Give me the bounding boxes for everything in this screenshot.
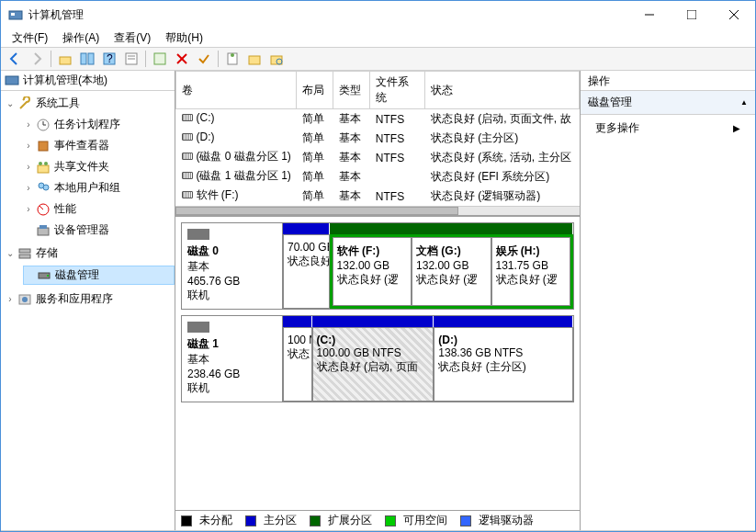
tree-performance[interactable]: ›性能 (23, 200, 175, 218)
volume-icon (182, 114, 193, 121)
check-icon[interactable] (194, 49, 214, 69)
expand-icon[interactable]: › (23, 141, 34, 151)
tree-disk-mgmt[interactable]: 磁盘管理 (23, 266, 175, 285)
volume-row[interactable]: (磁盘 1 磁盘分区 1)简单基本状态良好 (EFI 系统分区) (176, 167, 580, 187)
extended-partition: 软件 (F:)132.00 GB状态良好 (逻文档 (G:)132.00 GB状… (330, 234, 573, 309)
tree-services[interactable]: › 服务和应用程序 (5, 290, 175, 308)
actions-pane: 操作 磁盘管理 ▲ 更多操作 ▶ (581, 71, 755, 530)
expand-icon[interactable]: › (23, 119, 34, 130)
cancel-icon[interactable] (172, 49, 192, 69)
disk-1-block[interactable]: 磁盘 1 基本 238.46 GB 联机 100 M状态(C:)100.00 G… (181, 315, 574, 402)
menu-file[interactable]: 文件(F) (5, 28, 55, 47)
refresh-button[interactable] (150, 49, 170, 69)
expand-icon[interactable]: › (23, 204, 34, 214)
legend-logical-swatch (460, 515, 471, 526)
volume-icon (182, 191, 193, 198)
legend-extended: 扩展分区 (328, 513, 372, 528)
disk-icon (37, 268, 51, 283)
clock-icon (36, 118, 51, 132)
volume-list[interactable]: 卷 布局 类型 文件系统 状态 (C:)简单基本NTFS状态良好 (启动, 页面… (175, 71, 580, 217)
disk-0-info: 磁盘 0 基本 465.76 GB 联机 (182, 223, 283, 309)
storage-icon (17, 246, 32, 261)
actions-section-diskmgmt[interactable]: 磁盘管理 ▲ (581, 91, 755, 115)
volume-row[interactable]: (C:)简单基本NTFS状态良好 (启动, 页面文件, 故 (176, 109, 580, 130)
minimize-button[interactable] (628, 1, 671, 28)
tree-task-scheduler[interactable]: ›任务计划程序 (23, 116, 175, 133)
volume-row[interactable]: 软件 (F:)简单基本NTFS状态良好 (逻辑驱动器) (176, 187, 580, 206)
col-fs[interactable]: 文件系统 (370, 72, 425, 109)
show-hide-button[interactable] (77, 49, 97, 69)
disk-1-type: 基本 (187, 352, 276, 368)
menu-view[interactable]: 查看(V) (107, 28, 158, 47)
logical-partition[interactable]: 文档 (G:)132.00 GB状态良好 (逻 (412, 237, 491, 306)
partition[interactable]: (D:)138.36 GB NTFS状态良好 (主分区) (434, 327, 573, 402)
expand-icon[interactable]: › (23, 162, 34, 172)
collapse-icon[interactable]: ⌄ (5, 98, 16, 108)
disk-0-block[interactable]: 磁盘 0 基本 465.76 GB 联机 70.00 GB |状态良好 (:软件… (181, 222, 574, 310)
tree-system-tools[interactable]: ⌄ 系统工具 (5, 95, 175, 112)
close-button[interactable] (713, 1, 755, 28)
back-button[interactable] (5, 49, 25, 69)
partition[interactable]: 70.00 GB |状态良好 (: (283, 234, 330, 309)
forward-button[interactable] (27, 49, 47, 69)
book-icon (36, 139, 51, 153)
window-title: 计算机管理 (28, 7, 628, 23)
disk-0-size: 465.76 GB (187, 275, 276, 288)
help-button[interactable]: ? (99, 49, 119, 69)
legend-extended-swatch (310, 515, 321, 526)
col-volume[interactable]: 卷 (176, 72, 297, 109)
tree-root-label: 计算机管理(本地) (23, 73, 107, 88)
gauge-icon (36, 202, 51, 217)
search-icon[interactable] (266, 49, 287, 69)
svg-point-39 (47, 275, 49, 277)
folder-icon[interactable] (244, 49, 265, 69)
up-button[interactable] (55, 49, 75, 69)
center-pane: 卷 布局 类型 文件系统 状态 (C:)简单基本NTFS状态良好 (启动, 页面… (175, 71, 581, 530)
app-icon (8, 7, 23, 22)
disk-map-area: 磁盘 0 基本 465.76 GB 联机 70.00 GB |状态良好 (:软件… (175, 217, 580, 510)
volume-icon (182, 172, 193, 179)
expand-icon[interactable]: › (5, 294, 16, 304)
svg-rect-6 (60, 57, 71, 64)
expand-icon[interactable]: › (23, 183, 34, 193)
volume-row[interactable]: (磁盘 0 磁盘分区 1)简单基本NTFS状态良好 (系统, 活动, 主分区 (176, 148, 580, 167)
tree-root[interactable]: 计算机管理(本地) (1, 71, 175, 91)
svg-point-41 (22, 297, 28, 302)
disk-0-name: 磁盘 0 (187, 244, 219, 257)
disk-icon (187, 322, 209, 333)
partition[interactable]: (C:)100.00 GB NTFS状态良好 (启动, 页面 (312, 327, 434, 402)
svg-point-29 (44, 162, 48, 165)
horizontal-scrollbar[interactable] (175, 206, 580, 215)
svg-rect-27 (38, 165, 49, 173)
legend-unalloc: 未分配 (199, 513, 232, 528)
collapse-icon[interactable]: ⌄ (5, 248, 16, 258)
legend-primary-swatch (245, 515, 256, 526)
submenu-arrow-icon: ▶ (733, 123, 740, 133)
col-type[interactable]: 类型 (333, 72, 370, 109)
logical-partition[interactable]: 娱乐 (H:)131.75 GB状态良好 (逻 (491, 237, 570, 306)
share-icon (36, 160, 51, 175)
page-icon[interactable] (222, 49, 243, 69)
tree-shared-folders[interactable]: ›共享文件夹 (23, 158, 175, 175)
collapse-icon[interactable]: ▲ (740, 98, 748, 107)
svg-rect-34 (38, 228, 49, 235)
volume-icon (182, 153, 193, 160)
col-layout[interactable]: 布局 (297, 72, 333, 109)
volume-row[interactable]: (D:)简单基本NTFS状态良好 (主分区) (176, 129, 580, 148)
tree-storage[interactable]: ⌄ 存储 (5, 244, 175, 262)
partition[interactable]: 100 M状态 (283, 327, 312, 402)
tree-device-mgr[interactable]: 设备管理器 (23, 221, 175, 239)
menu-action[interactable]: 操作(A) (55, 28, 107, 47)
tree-local-users[interactable]: ›本地用户和组 (23, 179, 175, 197)
actions-more[interactable]: 更多操作 ▶ (581, 115, 755, 141)
maximize-button[interactable] (671, 1, 713, 28)
svg-text:?: ? (107, 52, 113, 65)
svg-rect-36 (19, 249, 30, 253)
col-status[interactable]: 状态 (425, 72, 580, 109)
logical-partition[interactable]: 软件 (F:)132.00 GB状态良好 (逻 (333, 237, 412, 306)
legend-free: 可用空间 (403, 513, 447, 528)
tree-event-viewer[interactable]: ›事件查看器 (23, 137, 175, 154)
properties-button[interactable] (121, 49, 141, 69)
legend-primary: 主分区 (264, 513, 297, 528)
menu-help[interactable]: 帮助(H) (158, 28, 210, 47)
